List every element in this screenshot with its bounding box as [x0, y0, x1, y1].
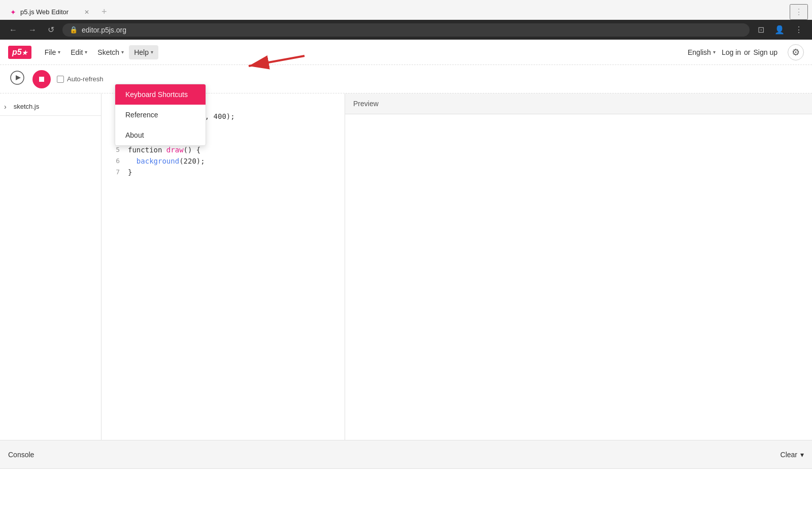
refresh-button[interactable]: ↺ [45, 23, 57, 37]
reference-label: Reference [125, 111, 158, 119]
file-panel: › sketch.js [0, 93, 101, 440]
active-tab[interactable]: ✦ p5.js Web Editor ✕ [4, 5, 95, 19]
header-right: English ▾ Log in or Sign up [688, 48, 777, 56]
file-menu-label: File [45, 48, 56, 56]
tab-menu-button[interactable]: ⋮ [790, 4, 808, 20]
login-link[interactable]: Log in [722, 48, 741, 56]
lang-selector[interactable]: English ▾ [688, 48, 716, 56]
auto-refresh-label[interactable]: Auto-refresh [57, 75, 104, 83]
help-menu-arrow: ▾ [151, 49, 153, 55]
logo[interactable]: p5★ [8, 46, 31, 59]
about-label: About [125, 131, 144, 139]
code-line: 6 background(220); [101, 155, 345, 167]
logo-text: p5★ [12, 48, 27, 57]
edit-menu-label: Edit [71, 48, 83, 56]
code-line: 5 function draw() { [101, 144, 345, 155]
reference-item[interactable]: Reference [115, 105, 206, 125]
preview-label: Preview [353, 100, 379, 108]
auto-refresh-text: Auto-refresh [67, 75, 104, 83]
chevron-right-icon[interactable]: › [4, 103, 7, 111]
sketch-menu[interactable]: Sketch ▾ [92, 45, 129, 59]
line-content: function draw() { [128, 144, 200, 155]
file-name[interactable]: sketch.js [10, 101, 44, 112]
url-text: editor.p5js.org [82, 26, 126, 34]
tab-close[interactable]: ✕ [84, 9, 89, 16]
line-content: } [128, 167, 132, 178]
keyboard-shortcuts-label: Keyboard Shortcuts [125, 90, 188, 99]
tab-bar: ✦ p5.js Web Editor ✕ + ⋮ [0, 0, 812, 20]
signup-link[interactable]: Sign up [754, 48, 777, 56]
console-content [0, 468, 812, 508]
lock-icon: 🔒 [70, 26, 78, 34]
tab-favicon: ✦ [10, 8, 16, 16]
console-clear[interactable]: Clear ▾ [781, 451, 804, 459]
help-dropdown-menu: Keyboard Shortcuts Reference About [115, 84, 206, 146]
preview-content [345, 114, 812, 440]
browser-actions: ⊡ 👤 ⋮ [755, 23, 806, 37]
auto-refresh-checkbox[interactable] [57, 76, 64, 83]
line-number: 5 [106, 144, 120, 155]
forward-button[interactable]: → [25, 23, 40, 37]
file-toggle-area: › sketch.js [0, 98, 101, 116]
file-menu[interactable]: File ▾ [40, 45, 66, 59]
sketch-menu-arrow: ▾ [121, 49, 124, 55]
line-number: 6 [106, 155, 120, 167]
lang-arrow-icon: ▾ [713, 49, 716, 55]
account-button[interactable]: 👤 [771, 23, 788, 37]
keyboard-shortcuts-item[interactable]: Keyboard Shortcuts [115, 84, 206, 105]
expand-icon: ▾ [800, 451, 804, 459]
url-bar[interactable]: 🔒 editor.p5js.org [62, 23, 750, 37]
edit-menu[interactable]: Edit ▾ [65, 45, 92, 59]
help-menu[interactable]: Help ▾ [129, 45, 158, 59]
help-menu-label: Help [134, 48, 149, 56]
new-tab-button[interactable]: + [97, 5, 111, 19]
console-bar: Console Clear ▾ [0, 440, 812, 468]
settings-button[interactable]: ⚙ [788, 44, 804, 60]
address-bar: ← → ↺ 🔒 editor.p5js.org ⊡ 👤 ⋮ [0, 20, 812, 40]
play-button[interactable] [8, 69, 26, 89]
preview-header: Preview [345, 93, 812, 114]
stop-button[interactable] [32, 70, 51, 88]
about-item[interactable]: About [115, 125, 206, 145]
play-icon [10, 71, 24, 85]
language-label: English [688, 48, 711, 56]
sketch-menu-label: Sketch [97, 48, 119, 56]
back-button[interactable]: ← [6, 23, 20, 37]
console-label: Console [8, 451, 34, 459]
code-line: 7 } [101, 167, 345, 178]
auth-links: Log in or Sign up [722, 48, 777, 56]
clear-label: Clear [781, 451, 797, 459]
browser-menu-button[interactable]: ⋮ [792, 23, 806, 37]
console-section: Console Clear ▾ [0, 440, 812, 508]
svg-rect-2 [39, 77, 44, 82]
edit-menu-arrow: ▾ [85, 49, 87, 55]
preview-panel: Preview [345, 93, 812, 440]
line-number: 7 [106, 167, 120, 178]
extensions-button[interactable]: ⊡ [755, 23, 767, 37]
browser-chrome: ✦ p5.js Web Editor ✕ + ⋮ ← → ↺ 🔒 editor.… [0, 0, 812, 40]
file-menu-arrow: ▾ [58, 49, 60, 55]
app-header: p5★ File ▾ Edit ▾ Sketch ▾ Help ▾ Englis… [0, 40, 812, 65]
auth-separator: or [744, 48, 750, 56]
tab-title: p5.js Web Editor [20, 8, 69, 16]
svg-marker-1 [16, 75, 21, 80]
stop-icon [38, 75, 46, 83]
line-content: background(220); [128, 155, 205, 167]
menu-bar: File ▾ Edit ▾ Sketch ▾ Help ▾ [40, 45, 158, 59]
